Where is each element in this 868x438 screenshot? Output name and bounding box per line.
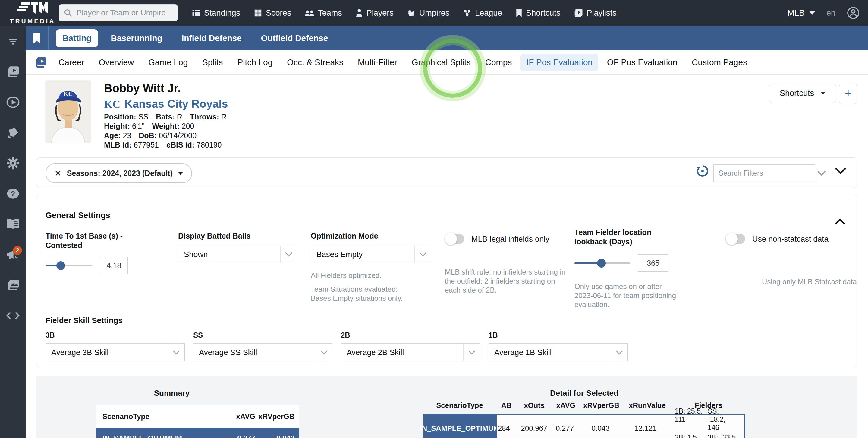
column-header[interactable]: xAVG <box>552 401 580 410</box>
standings-icon <box>192 8 201 18</box>
tab-multi-filter[interactable]: Multi-Filter <box>352 54 403 71</box>
field-label: 3B <box>45 330 185 340</box>
svg-text:KC: KC <box>64 90 73 97</box>
skill-1b-select[interactable]: Average 1B Skill <box>489 343 628 361</box>
chevron-cell[interactable] <box>817 165 826 182</box>
bookmark-icon[interactable] <box>32 33 41 44</box>
locale-label[interactable]: en <box>827 8 835 18</box>
column-header[interactable]: ScenarioType <box>96 412 222 421</box>
table-row-selected[interactable]: IN_SAMPLE_OPTIMUM 284 200.967 0.277 -0.0… <box>424 414 745 438</box>
non-statcast-control: Use non-statcast data Using only MLB Sta… <box>726 234 864 286</box>
category-tab-infield-defense[interactable]: Infield Defense <box>175 29 248 47</box>
slider-handle[interactable] <box>56 261 65 270</box>
topnav-item-standings[interactable]: Standings <box>192 8 240 18</box>
tab-occ-streaks[interactable]: Occ. & Streaks <box>281 54 349 71</box>
add-shortcut-button[interactable]: + <box>839 84 857 104</box>
column-header[interactable]: xRVperGB <box>255 412 299 421</box>
topnav-item-label: Standings <box>204 8 240 18</box>
trumedia-logo[interactable]: TRUMEDIA <box>8 2 57 25</box>
optimization-mode-select[interactable]: Bases Empty <box>311 245 431 263</box>
tab-career[interactable]: Career <box>53 54 90 71</box>
collapse-section-icon[interactable] <box>834 218 846 225</box>
slider-handle[interactable] <box>597 259 606 268</box>
video-playlist-icon <box>6 65 20 79</box>
collapse-filters-icon[interactable] <box>835 167 846 175</box>
shortcuts-button[interactable]: Shortcuts <box>769 84 836 103</box>
global-search[interactable] <box>59 4 178 22</box>
topnav-item-label: Playlists <box>587 8 616 18</box>
skill-2b-select[interactable]: Average 2B Skill <box>341 343 480 361</box>
skill-3b-select[interactable]: Average 3B Skill <box>45 343 185 361</box>
league-icon <box>463 8 472 18</box>
legal-infields-toggle[interactable] <box>445 234 464 244</box>
time-to-first-value[interactable]: 4.18 <box>100 257 128 274</box>
time-to-first-control: Time To 1st Base (s) - Contested 4.18 <box>45 231 154 274</box>
seasons-filter-chip[interactable]: ✕ Seasons: 2024, 2023 (Default) <box>45 164 192 183</box>
column-header[interactable]: xRVperGB <box>580 401 622 410</box>
chevron-down-icon <box>419 252 427 257</box>
sidebar-item-code[interactable] <box>0 300 26 331</box>
tab-splits[interactable]: Splits <box>196 54 228 71</box>
topnav-item-umpires[interactable]: Umpires <box>407 8 450 18</box>
table-row-selected[interactable]: IN_SAMPLE_OPTIMUM 0.277 -0.043 <box>96 428 299 438</box>
search-input[interactable] <box>59 4 178 22</box>
lookback-slider[interactable] <box>575 262 630 264</box>
sidebar-item-video-playlist[interactable] <box>0 56 26 87</box>
tab-overview[interactable]: Overview <box>93 54 140 71</box>
category-tab-batting[interactable]: Batting <box>56 29 98 47</box>
tab-pitch-log[interactable]: Pitch Log <box>232 54 278 71</box>
topnav-item-teams[interactable]: Teams <box>304 8 342 18</box>
search-filters-input[interactable] <box>714 165 817 182</box>
settings-panel: General Settings Time To 1st Base (s) - … <box>36 195 858 367</box>
scores-icon <box>253 8 262 18</box>
tab-custom-pages[interactable]: Custom Pages <box>686 54 753 71</box>
tab-comps[interactable]: Comps <box>479 54 518 71</box>
time-to-first-slider[interactable] <box>45 265 92 266</box>
topnav-item-shortcuts[interactable]: Shortcuts <box>516 8 560 18</box>
close-icon[interactable]: ✕ <box>55 169 61 178</box>
sidebar-item-settings[interactable] <box>0 148 26 178</box>
sidebar-item-help[interactable]: ? <box>0 178 26 209</box>
tab-if-pos-evaluation[interactable]: IF Pos Evaluation <box>521 54 598 71</box>
sidebar-item-announcements[interactable]: 2 <box>0 239 26 270</box>
video-playlist-icon[interactable] <box>34 56 47 69</box>
lookback-value[interactable]: 365 <box>638 254 668 272</box>
skill-ss-select[interactable]: Average SS Skill <box>193 343 333 361</box>
column-header[interactable]: AB <box>496 401 517 410</box>
column-header[interactable]: xAVG <box>222 412 255 421</box>
fielder-skill-title: Fielder Skill Settings <box>45 316 123 325</box>
topnav-right: MLB en <box>787 0 860 26</box>
tab-game-log[interactable]: Game Log <box>143 54 193 71</box>
display-batted-select[interactable]: Shown <box>178 245 297 263</box>
topnav-item-playlists[interactable]: Playlists <box>574 8 616 18</box>
topnav-item-scores[interactable]: Scores <box>253 8 291 18</box>
sidebar-item-filter[interactable] <box>0 26 26 56</box>
history-icon[interactable] <box>696 165 709 178</box>
sidebar-item-glossary[interactable] <box>0 209 26 239</box>
helper-text: All Fielders optimized. <box>311 271 419 280</box>
category-tab-outfield-defense[interactable]: Outfield Defense <box>254 29 335 47</box>
column-header[interactable]: xOuts <box>517 401 552 410</box>
sidebar-item-field[interactable] <box>0 117 26 148</box>
search-filters[interactable] <box>713 165 815 182</box>
category-tab-baserunning[interactable]: Baserunning <box>104 29 169 47</box>
tab-of-pos-evaluation[interactable]: OF Pos Evaluation <box>601 54 683 71</box>
league-selector[interactable]: MLB <box>787 8 815 18</box>
trumedia-mark-icon <box>17 2 48 16</box>
column-header[interactable]: xRunValue <box>622 401 672 410</box>
column-header[interactable]: ScenarioType <box>424 401 496 410</box>
helper-text: Only use games on or after 2023-06-11 fo… <box>575 282 677 309</box>
skill-ss-control: SS Average SS Skill <box>193 330 333 361</box>
non-statcast-toggle[interactable] <box>726 234 745 244</box>
scenario-cell: IN_SAMPLE_OPTIMUM <box>424 414 496 438</box>
sidebar-item-images[interactable] <box>0 270 26 300</box>
team-name: Kansas City Royals <box>124 98 228 110</box>
topnav-item-league[interactable]: League <box>463 8 502 18</box>
account-icon[interactable] <box>847 7 860 19</box>
umpires-icon <box>407 8 416 18</box>
player-team[interactable]: KC Kansas City Royals <box>104 98 228 110</box>
sidebar-item-play[interactable] <box>0 87 26 117</box>
topnav-item-players[interactable]: Players <box>355 8 394 18</box>
page-tabs: Career Overview Game Log Splits Pitch Lo… <box>53 54 753 71</box>
tab-graphical-splits[interactable]: Graphical Splits <box>406 54 476 71</box>
